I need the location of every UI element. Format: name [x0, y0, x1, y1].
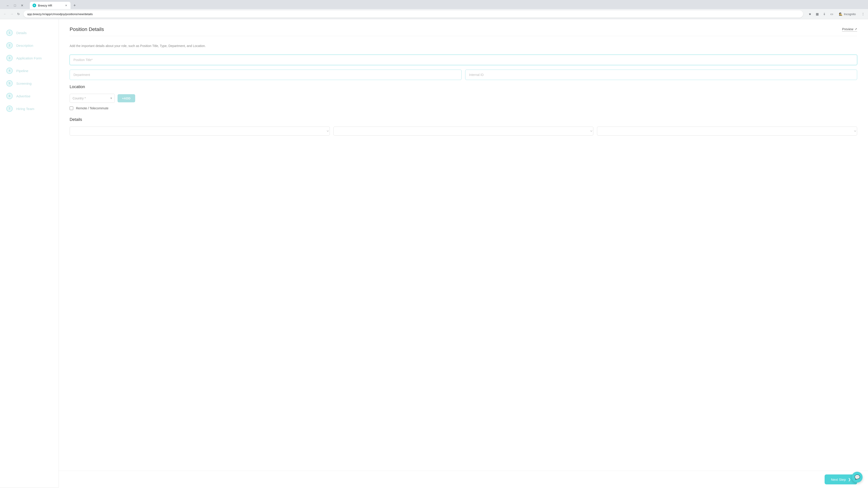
- close-button[interactable]: ✕: [19, 2, 25, 8]
- remote-label[interactable]: Remote / Telecommute: [76, 106, 108, 110]
- department-internal-group: [70, 70, 857, 80]
- sidebar: 1 Details 2 Description 3 Application Fo…: [0, 19, 59, 487]
- tab-bar: – □ ✕ B Breezy HR ✕ +: [0, 0, 868, 9]
- sidebar-label-pipeline: Pipeline: [16, 69, 28, 73]
- department-input[interactable]: [70, 70, 462, 80]
- address-bar-actions: ★ ▦ ⇓ ▭: [807, 11, 835, 17]
- download-button[interactable]: ⇓: [821, 11, 828, 17]
- sidebar-label-advertise: Advertise: [16, 94, 31, 98]
- position-title-input[interactable]: [70, 55, 857, 65]
- forward-button[interactable]: →: [8, 11, 15, 17]
- step-circle-1: 1: [6, 30, 13, 36]
- bottom-bar: Next Step ❯: [59, 470, 868, 487]
- details-select-3[interactable]: [597, 127, 857, 135]
- country-select-wrapper: Country * United States United Kingdom G…: [70, 94, 115, 103]
- app-container: 1 Details 2 Description 3 Application Fo…: [0, 19, 868, 487]
- navigation-buttons: ← → ↻: [2, 11, 22, 17]
- step-circle-2: 2: [6, 42, 13, 48]
- page-title: Position Details: [70, 26, 104, 32]
- step-circle-6: 6: [6, 93, 13, 99]
- internal-id-input[interactable]: [465, 70, 857, 80]
- bottom-spacer: [70, 135, 857, 154]
- position-title-group: [70, 55, 857, 65]
- reload-button[interactable]: ↻: [16, 11, 22, 17]
- incognito-label: Incognito: [844, 12, 856, 16]
- sidebar-label-screening: Screening: [16, 82, 32, 86]
- sidebar-item-application-form[interactable]: 3 Application Form: [0, 52, 59, 64]
- bookmark-button[interactable]: ★: [807, 11, 813, 17]
- remote-checkbox-row: Remote / Telecommute: [70, 106, 857, 110]
- hint-text: Add the important details about your rol…: [70, 43, 857, 48]
- next-step-label: Next Step: [831, 478, 846, 482]
- location-section-title: Location: [70, 85, 857, 89]
- address-input[interactable]: [24, 10, 803, 18]
- incognito-icon: 🕵: [839, 12, 842, 16]
- chat-icon: 💬: [855, 475, 860, 480]
- tab-title: Breezy HR: [38, 4, 62, 7]
- browser-chrome: – □ ✕ B Breezy HR ✕ + ← → ↻ ★ ▦ ⇓ ▭ 🕵 In…: [0, 0, 868, 19]
- chat-bubble-button[interactable]: 💬: [852, 472, 863, 483]
- details-select-1[interactable]: [70, 127, 330, 135]
- active-tab[interactable]: B Breezy HR ✕: [30, 2, 70, 9]
- location-section: Location Country * United States United …: [70, 85, 857, 110]
- main-content: Position Details Preview ➚ Add the impor…: [59, 19, 868, 487]
- sidebar-item-details[interactable]: 1 Details: [0, 26, 59, 39]
- remote-checkbox[interactable]: [70, 106, 73, 110]
- step-circle-5: 5: [6, 80, 13, 87]
- step-circle-7: 7: [6, 105, 13, 112]
- chevron-right-icon: ❯: [848, 478, 851, 481]
- incognito-button[interactable]: 🕵 Incognito: [837, 11, 858, 17]
- address-bar: ← → ↻ ★ ▦ ⇓ ▭ 🕵 Incognito ⋮: [0, 9, 868, 19]
- preview-link[interactable]: Preview ➚: [842, 27, 857, 32]
- external-link-icon: ➚: [855, 27, 857, 31]
- sidebar-item-advertise[interactable]: 6 Advertise: [0, 90, 59, 102]
- page-header: Position Details Preview ➚: [70, 26, 857, 36]
- menu-button[interactable]: ⋮: [860, 11, 866, 17]
- split-screen-button[interactable]: ▭: [829, 11, 835, 17]
- tab-close-button[interactable]: ✕: [64, 4, 68, 7]
- sidebar-item-description[interactable]: 2 Description: [0, 39, 59, 52]
- sidebar-item-pipeline[interactable]: 4 Pipeline: [0, 64, 59, 77]
- sidebar-label-details: Details: [16, 31, 27, 35]
- add-location-button[interactable]: +ADD: [118, 94, 135, 102]
- step-circle-4: 4: [6, 68, 13, 74]
- extensions-button[interactable]: ▦: [814, 11, 820, 17]
- preview-label: Preview: [842, 27, 853, 31]
- minimize-button[interactable]: –: [4, 2, 11, 8]
- location-row: Country * United States United Kingdom G…: [70, 94, 857, 103]
- restore-button[interactable]: □: [12, 2, 18, 8]
- country-select[interactable]: Country * United States United Kingdom G…: [70, 94, 115, 103]
- step-circle-3: 3: [6, 55, 13, 61]
- details-section: Details: [70, 117, 857, 135]
- sidebar-label-application-form: Application Form: [16, 56, 42, 60]
- sidebar-label-hiring-team: Hiring Team: [16, 107, 34, 111]
- sidebar-item-screening[interactable]: 5 Screening: [0, 77, 59, 90]
- new-tab-button[interactable]: +: [71, 2, 78, 8]
- details-section-title: Details: [70, 117, 857, 122]
- sidebar-item-hiring-team[interactable]: 7 Hiring Team: [0, 102, 59, 115]
- details-select-2[interactable]: [333, 127, 594, 135]
- tab-favicon: B: [33, 4, 36, 7]
- back-button[interactable]: ←: [2, 11, 8, 17]
- sidebar-label-description: Description: [16, 43, 33, 47]
- details-form-row: [70, 127, 857, 135]
